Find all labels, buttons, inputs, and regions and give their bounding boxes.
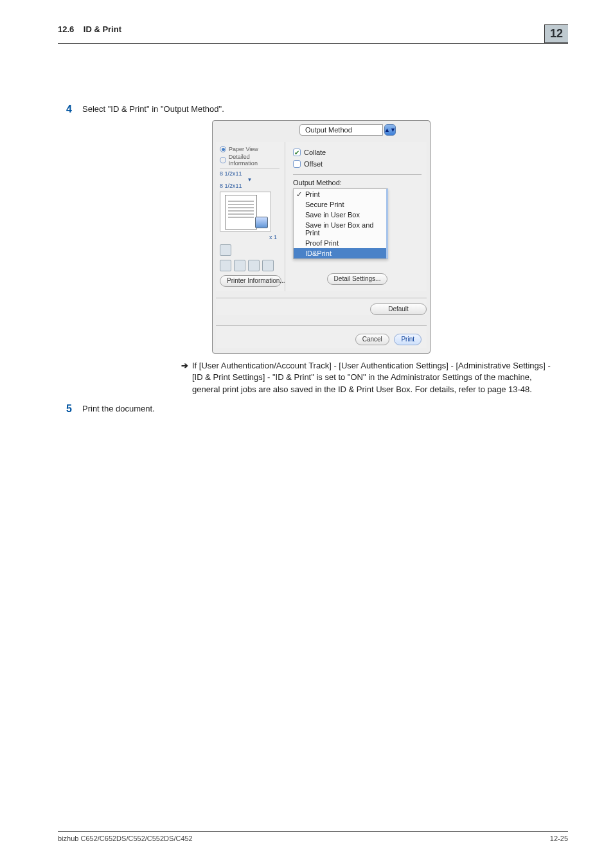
cancel-button[interactable]: Cancel (355, 334, 389, 345)
status-icon (262, 260, 274, 271)
options-panel: ✔ Collate Offset Output Method: Print Se… (285, 142, 427, 291)
preview-panel: Paper View Detailed Information 8 1/2x11… (216, 142, 285, 291)
note-text: If [User Authentication/Account Track] -… (192, 360, 555, 395)
default-button[interactable]: Default (370, 303, 427, 315)
menu-item-idprint[interactable]: ID&Print (294, 248, 386, 258)
menu-item-proof[interactable]: Proof Print (294, 238, 386, 248)
step-5: 5 Print the document. (58, 403, 555, 415)
step-number: 4 (58, 104, 72, 115)
radio-icon (220, 157, 226, 163)
menu-item-print[interactable]: Print (294, 189, 386, 199)
status-icon (220, 260, 231, 271)
menu-item-save-box-print[interactable]: Save in User Box and Print (294, 220, 386, 238)
status-icon (248, 260, 260, 271)
paper-size-2: 8 1/2x11 (220, 183, 280, 189)
status-icon (220, 244, 231, 256)
collate-label: Collate (304, 149, 326, 156)
section-number: 12.6 (58, 24, 74, 34)
checkbox-checked-icon: ✔ (293, 149, 301, 156)
dialog-screenshot: Output Method ▲▼ Paper View Detailed Inf… (212, 120, 431, 354)
paper-size-1: 8 1/2x11 (220, 168, 280, 177)
status-icon (234, 260, 245, 271)
offset-checkbox[interactable]: Offset (293, 160, 422, 168)
arrow-icon: ➔ (181, 360, 188, 395)
dialog-footer: Cancel Print (216, 325, 427, 348)
section-title: ID & Print (84, 24, 121, 34)
menu-item-save-box[interactable]: Save in User Box (294, 210, 386, 220)
output-method-menu[interactable]: Print Secure Print Save in User Box Save… (293, 188, 388, 259)
chapter-badge: 12 (544, 24, 568, 43)
top-popup-value: Output Method (299, 124, 383, 136)
menu-item-secure[interactable]: Secure Print (294, 199, 386, 210)
checkbox-icon (293, 160, 301, 168)
step-number: 5 (58, 403, 72, 415)
preview-overlay-icon (255, 217, 268, 228)
step-text: Print the document. (82, 403, 555, 415)
separator (293, 174, 422, 175)
footer-model: bizhub C652/C652DS/C552/C552DS/C452 (58, 835, 193, 842)
status-icon-strip (220, 244, 280, 256)
output-method-label: Output Method: (293, 179, 422, 186)
radio-icon (220, 146, 226, 152)
step-4: 4 Select "ID & Print" in "Output Method"… (58, 104, 555, 115)
zoom-multiplier: x 1 (220, 234, 280, 240)
offset-label: Offset (304, 160, 323, 168)
lower-panel: Default (216, 298, 427, 315)
status-icon-strip-2 (220, 260, 280, 271)
footer-page: 12-25 (550, 835, 568, 842)
popup-arrow-icon[interactable]: ▲▼ (384, 124, 396, 136)
page-footer: bizhub C652/C652DS/C552/C552DS/C452 12-2… (58, 831, 568, 842)
paper-view-radio[interactable]: Paper View (220, 146, 280, 152)
detailed-info-radio[interactable]: Detailed Information (220, 154, 280, 167)
down-arrow-icon: ▼ (220, 177, 280, 183)
collate-checkbox[interactable]: ✔ Collate (293, 149, 422, 156)
paper-view-label: Paper View (229, 146, 258, 152)
printer-info-button[interactable]: Printer Information... (220, 275, 281, 287)
dialog-body: Paper View Detailed Information 8 1/2x11… (216, 142, 427, 291)
top-popup[interactable]: Output Method ▲▼ (299, 124, 427, 136)
note-block: ➔ If [User Authentication/Account Track]… (181, 360, 555, 395)
page-preview (220, 192, 271, 231)
detailed-info-label: Detailed Information (229, 154, 280, 167)
print-button[interactable]: Print (394, 334, 422, 345)
header-divider (58, 43, 568, 44)
step-text: Select "ID & Print" in "Output Method". (82, 104, 555, 115)
detail-settings-button[interactable]: Detail Settings... (327, 273, 388, 285)
